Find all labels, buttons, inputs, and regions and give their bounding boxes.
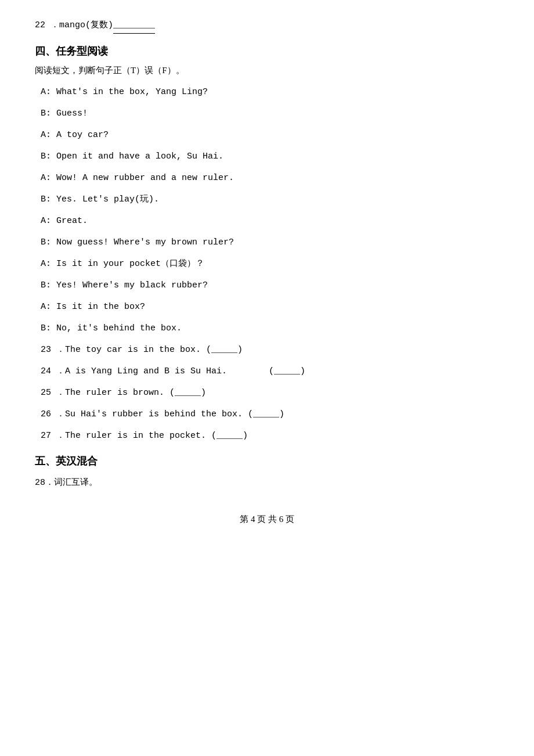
dialog-line-3: A: A toy car? — [35, 127, 499, 143]
dialog-line-12: B: No, it's behind the box. — [35, 321, 499, 336]
j23-blank: (_____) — [206, 345, 243, 355]
dialog-line-4: B: Open it and have a look, Su Hai. — [35, 149, 499, 164]
j23-number: 23 — [41, 345, 51, 355]
q22-text: ．mango(复数) — [50, 20, 113, 30]
j26-number: 26 — [41, 409, 51, 419]
dialog-line-8: B: Now guess! Where's my brown ruler? — [35, 235, 499, 250]
q22-number: 22 — [35, 20, 45, 30]
j24-text: A is Yang Ling and B is Su Hai. — [65, 366, 227, 376]
j24-blank: (_____) — [269, 366, 305, 376]
page-footer: 第 4 页 共 6 页 — [35, 514, 499, 525]
j23-text: The toy car is in the box. — [65, 345, 201, 355]
question-28: 28．词汇互译。 — [35, 475, 499, 491]
dialog-line-1: A: What's in the box, Yang Ling? — [35, 84, 499, 100]
dialog-line-11: A: Is it in the box? — [35, 299, 499, 315]
section4-instruction: 阅读短文，判断句子正（T）误（F）。 — [35, 65, 499, 76]
j24-number: 24 — [41, 366, 51, 376]
j25-text: The ruler is brown. — [65, 388, 164, 398]
j25-number: 25 — [41, 388, 51, 398]
j26-blank: (_____) — [248, 409, 284, 419]
section5-title: 五、英汉混合 — [35, 454, 499, 468]
j27-text: The ruler is in the pocket. — [65, 431, 206, 441]
judgment-27: 27 ．The ruler is in the pocket. (_____) — [35, 428, 499, 444]
j27-blank: (_____) — [211, 431, 248, 441]
dialog-line-2: B: Guess! — [35, 106, 499, 121]
judgment-24: 24 ．A is Yang Ling and B is Su Hai. (___… — [35, 363, 499, 379]
j27-number: 27 — [41, 431, 51, 441]
q28-text: ．词汇互译。 — [45, 478, 98, 488]
dialog-line-5: A: Wow! A new rubber and a new ruler. — [35, 170, 499, 186]
judgment-26: 26 ．Su Hai's rubber is behind the box. (… — [35, 406, 499, 422]
q22-blank: ________ — [113, 17, 155, 34]
dialog-line-9: A: Is it in your pocket（口袋）？ — [35, 256, 499, 272]
dialog-line-6: B: Yes. Let's play(玩). — [35, 192, 499, 207]
question-22: 22 ．mango(复数)________ — [35, 17, 499, 34]
dialog-line-7: A: Great. — [35, 213, 499, 229]
dialog-line-10: B: Yes! Where's my black rubber? — [35, 278, 499, 293]
footer-text: 第 4 页 共 6 页 — [240, 514, 294, 524]
j25-blank: (_____) — [169, 388, 206, 398]
judgment-23: 23 ．The toy car is in the box. (_____) — [35, 342, 499, 358]
judgment-25: 25 ．The ruler is brown. (_____) — [35, 385, 499, 401]
q28-number: 28 — [35, 478, 45, 488]
section4-title: 四、任务型阅读 — [35, 44, 499, 58]
j26-text: Su Hai's rubber is behind the box. — [65, 409, 243, 419]
